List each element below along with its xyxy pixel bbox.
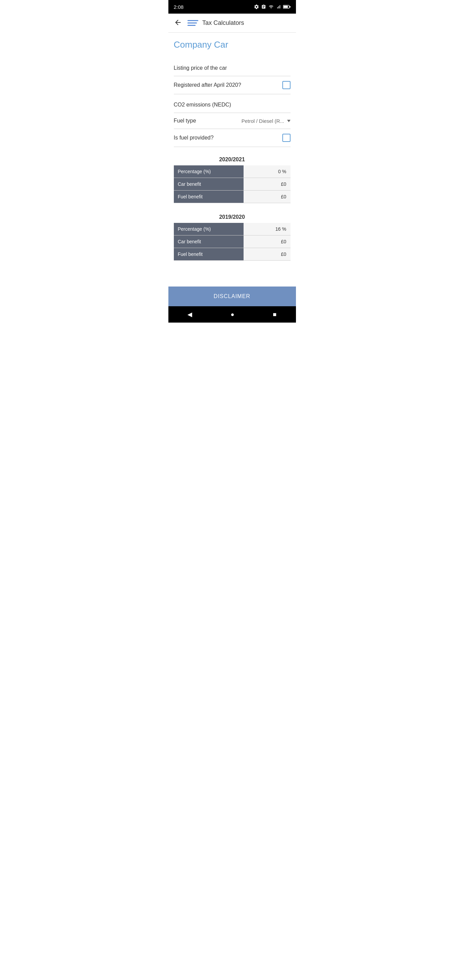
page-title: Company Car xyxy=(174,40,291,50)
results-section: 2020/2021 Percentage (%)0 %Car benefit£0… xyxy=(174,153,291,261)
row-label: Fuel benefit xyxy=(174,248,244,261)
co2-field[interactable]: CO2 emissions (NEDC) xyxy=(174,97,291,113)
tax-year-2021-title: 2020/2021 xyxy=(174,153,291,163)
app-bar: Tax Calculators xyxy=(168,14,296,33)
results-table-2021: Percentage (%)0 %Car benefit£0Fuel benef… xyxy=(174,165,291,203)
fuel-type-dropdown[interactable]: Petrol / Diesel (R... xyxy=(242,118,291,124)
row-label: Fuel benefit xyxy=(174,191,244,203)
row-value: 0 % xyxy=(243,165,290,178)
app-logo xyxy=(188,20,198,26)
status-bar: 2:08 xyxy=(168,0,296,14)
registered-after-label: Registered after April 2020? xyxy=(174,82,241,88)
bottom-nav: ◀ ● ■ xyxy=(168,306,296,323)
results-table-2020: Percentage (%)16 %Car benefit£0Fuel bene… xyxy=(174,223,291,261)
disclaimer-button[interactable]: DISCLAIMER xyxy=(168,286,296,306)
logo-line-2 xyxy=(188,22,197,24)
table-row: Percentage (%)0 % xyxy=(174,165,291,178)
chevron-down-icon xyxy=(287,120,291,122)
fuel-provided-checkbox[interactable] xyxy=(282,134,291,142)
listing-price-field[interactable]: Listing price of the car xyxy=(174,60,291,76)
row-label: Car benefit xyxy=(174,235,244,248)
row-label: Percentage (%) xyxy=(174,223,244,235)
signal-icon xyxy=(276,5,281,9)
nav-recent-button[interactable]: ■ xyxy=(273,311,276,318)
fuel-type-label: Fuel type xyxy=(174,118,196,124)
back-button[interactable] xyxy=(172,17,183,29)
battery-icon xyxy=(283,5,291,9)
nav-home-button[interactable]: ● xyxy=(230,311,234,318)
status-time: 2:08 xyxy=(174,4,184,10)
app-bar-title: Tax Calculators xyxy=(202,19,244,27)
co2-label: CO2 emissions (NEDC) xyxy=(174,102,231,108)
row-value: 16 % xyxy=(243,223,290,235)
table-row: Fuel benefit£0 xyxy=(174,248,291,261)
clipboard-icon xyxy=(261,4,266,10)
svg-rect-2 xyxy=(289,6,291,8)
row-value: £0 xyxy=(243,191,290,203)
main-content: Company Car Listing price of the car Reg… xyxy=(168,33,296,273)
row-value: £0 xyxy=(243,248,290,261)
registered-after-field: Registered after April 2020? xyxy=(174,76,291,94)
row-value: £0 xyxy=(243,178,290,191)
fuel-type-value: Petrol / Diesel (R... xyxy=(242,118,284,124)
svg-rect-1 xyxy=(283,6,288,8)
settings-icon xyxy=(254,4,259,10)
wifi-icon xyxy=(268,5,274,9)
fuel-provided-field: Is fuel provided? xyxy=(174,129,291,147)
table-row: Car benefit£0 xyxy=(174,235,291,248)
row-label: Car benefit xyxy=(174,178,244,191)
table-row: Fuel benefit£0 xyxy=(174,191,291,203)
nav-back-button[interactable]: ◀ xyxy=(188,311,192,318)
tax-year-2020-title: 2019/2020 xyxy=(174,210,291,220)
table-row: Percentage (%)16 % xyxy=(174,223,291,235)
row-label: Percentage (%) xyxy=(174,165,244,178)
logo-line-3 xyxy=(188,25,195,26)
fuel-provided-label: Is fuel provided? xyxy=(174,135,214,141)
table-row: Car benefit£0 xyxy=(174,178,291,191)
status-icons xyxy=(254,4,291,10)
row-value: £0 xyxy=(243,235,290,248)
fuel-type-field: Fuel type Petrol / Diesel (R... xyxy=(174,113,291,129)
registered-after-checkbox[interactable] xyxy=(282,81,291,89)
logo-line-1 xyxy=(188,20,198,21)
listing-price-label: Listing price of the car xyxy=(174,65,227,71)
